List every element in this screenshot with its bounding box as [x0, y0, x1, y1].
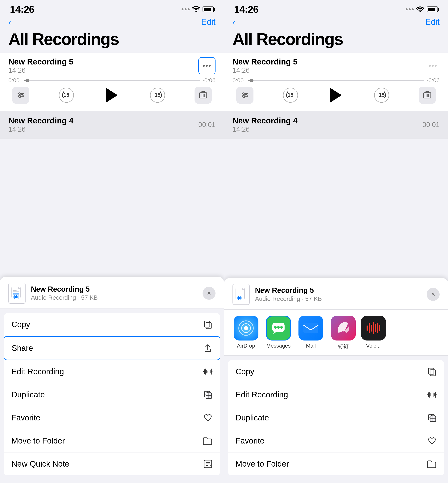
- play-button-left[interactable]: [103, 87, 120, 104]
- svg-rect-15: [13, 293, 19, 295]
- menu-duplicate-right[interactable]: Duplicate: [228, 406, 444, 429]
- menu-copy-left[interactable]: Copy: [4, 313, 220, 336]
- progress-row-left: 0:00 -0:06: [8, 75, 216, 84]
- settings-button-right[interactable]: [236, 87, 254, 104]
- svg-point-5: [19, 96, 21, 98]
- menu-favorite-left[interactable]: Favorite: [4, 406, 220, 429]
- menu-duplicate-left[interactable]: Duplicate: [4, 383, 220, 406]
- recording-2-title-right: New Recording 4: [232, 116, 297, 125]
- recording-2-time-right: 14:26: [232, 125, 297, 133]
- more-button-left[interactable]: •••: [198, 57, 216, 74]
- menu-share-left[interactable]: Share: [4, 336, 220, 360]
- favorite-icon-right: [427, 436, 437, 445]
- svg-marker-67: [272, 332, 277, 334]
- recording-2-title-left: New Recording 4: [8, 116, 73, 125]
- new-quick-note-icon-left: [203, 459, 212, 468]
- left-panel: 14:26 ‹ Edit All Recordings New Recordin…: [0, 0, 224, 483]
- app-dingding[interactable]: 钉钉: [327, 316, 360, 355]
- nav-bar-right: ‹ Edit: [224, 15, 448, 28]
- dingding-icon: [331, 316, 356, 340]
- status-icons-right: [406, 6, 438, 13]
- favorite-icon-left: [203, 413, 212, 422]
- status-bar-right: 14:26: [224, 0, 448, 15]
- airdrop-ripple: [238, 321, 254, 336]
- app-voice[interactable]: Voic...: [360, 316, 387, 355]
- file-title-left: New Recording 5: [31, 285, 98, 293]
- more-dots-icon-left: •••: [202, 62, 211, 70]
- menu-move-to-folder-right[interactable]: Move to Folder: [228, 452, 444, 475]
- svg-point-49: [245, 94, 247, 96]
- back-button-right[interactable]: ‹: [232, 17, 235, 27]
- recording-2-duration-left: 00:01: [198, 121, 216, 129]
- right-panel: 14:26 ‹ Edit All Recordings New Recordin…: [224, 0, 448, 483]
- settings-button-left[interactable]: [12, 87, 29, 104]
- more-button-right[interactable]: •••: [426, 59, 440, 72]
- svg-rect-72: [430, 370, 435, 376]
- forward-button-right[interactable]: 15: [373, 87, 390, 104]
- share-close-button-right[interactable]: ×: [427, 288, 440, 301]
- svg-point-48: [243, 93, 245, 95]
- app-airdrop-label: AirDrop: [237, 343, 255, 349]
- menu-favorite-right[interactable]: Favorite: [228, 429, 444, 452]
- file-subtitle-left: Audio Recording · 57 KB: [31, 294, 98, 301]
- recording-1-right[interactable]: New Recording 5 14:26 ••• 0:00 -0:06: [224, 53, 448, 111]
- rewind-button-left[interactable]: 15: [58, 87, 75, 104]
- progress-end-right: -0:06: [426, 77, 440, 84]
- edit-button-left[interactable]: Edit: [201, 17, 216, 27]
- app-mail[interactable]: Mail: [295, 316, 327, 355]
- recording-1-title-left: New Recording 5: [8, 57, 73, 66]
- recording-1-left[interactable]: New Recording 5 14:26 ••• 0:00 -0:06: [0, 53, 224, 111]
- menu-move-to-folder-left[interactable]: Move to Folder: [4, 429, 220, 452]
- forward-button-left[interactable]: 15: [149, 87, 166, 104]
- share-sheet-header-left: New Recording 5 Audio Recording · 57 KB …: [0, 277, 224, 308]
- menu-edit-recording-right[interactable]: Edit Recording: [228, 383, 444, 406]
- menu-new-quick-note-left[interactable]: New Quick Note: [4, 452, 220, 475]
- app-airdrop[interactable]: AirDrop: [230, 316, 262, 355]
- play-button-right[interactable]: [328, 87, 345, 104]
- svg-rect-17: [13, 290, 16, 291]
- svg-point-68: [274, 326, 277, 329]
- wifi-icon-right: [416, 6, 424, 13]
- menu-list-right: Copy Edit Recording: [228, 360, 444, 475]
- svg-rect-73: [429, 368, 434, 374]
- move-to-folder-icon-right: [427, 459, 437, 468]
- status-time-left: 14:26: [10, 4, 34, 15]
- signal-dot-r2: [409, 8, 411, 10]
- recording-2-left[interactable]: New Recording 4 14:26 00:01: [0, 111, 224, 139]
- menu-edit-recording-left[interactable]: Edit Recording: [4, 360, 220, 383]
- menu-list-left: Copy Share Edit Recording: [4, 313, 220, 475]
- svg-rect-25: [204, 321, 210, 327]
- recording-2-right[interactable]: New Recording 4 14:26 00:01: [224, 111, 448, 139]
- page-title-left: All Recordings: [0, 28, 224, 53]
- progress-bar-left[interactable]: [24, 80, 200, 81]
- progress-bar-right[interactable]: [248, 80, 424, 81]
- move-to-folder-icon-left: [202, 436, 212, 445]
- file-title-right: New Recording 5: [255, 286, 322, 295]
- voice-icon: [361, 316, 386, 340]
- progress-row-right: 0:00 -0:06: [232, 75, 440, 84]
- app-messages[interactable]: Messages: [262, 316, 295, 355]
- signal-dot-2: [185, 8, 186, 10]
- rewind-button-right[interactable]: 15: [282, 87, 299, 104]
- share-icon-left: [203, 344, 212, 353]
- signal-dots-right: [406, 8, 414, 10]
- svg-point-69: [277, 326, 280, 329]
- page-title-right: All Recordings: [224, 28, 448, 53]
- playback-controls-left: 15 15: [8, 84, 216, 108]
- battery-icon-right: [427, 7, 438, 12]
- svg-point-70: [280, 326, 283, 329]
- svg-point-3: [19, 93, 21, 95]
- share-close-button-left[interactable]: ×: [202, 287, 216, 300]
- file-info-left: New Recording 5 Audio Recording · 57 KB: [31, 285, 98, 301]
- recording-2-time-left: 14:26: [8, 125, 73, 133]
- status-time-right: 14:26: [234, 4, 258, 15]
- app-messages-label: Messages: [266, 343, 291, 349]
- edit-button-right[interactable]: Edit: [425, 17, 440, 27]
- file-icon-right: [232, 284, 250, 305]
- copy-icon-left: [203, 320, 212, 329]
- delete-button-left[interactable]: [194, 87, 212, 104]
- menu-copy-right[interactable]: Copy: [228, 360, 444, 383]
- back-button-left[interactable]: ‹: [8, 17, 11, 27]
- delete-button-right[interactable]: [419, 87, 436, 104]
- progress-start-right: 0:00: [232, 77, 246, 84]
